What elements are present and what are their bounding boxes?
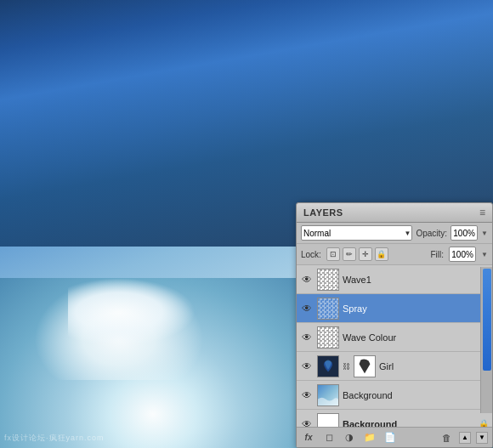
- layer-name: Background: [343, 390, 489, 400]
- lock-icon: 🔒: [479, 419, 489, 427]
- delete-layer-button[interactable]: 🗑: [439, 430, 454, 445]
- lock-pixels-button[interactable]: ✏: [343, 247, 356, 261]
- add-mask-button[interactable]: ◻: [321, 430, 337, 445]
- layers-panel: LAYERS ≡ Normal Dissolve Multiply Screen…: [296, 202, 493, 448]
- layer-name: Wave1: [343, 275, 489, 285]
- girl-mask-thumb-graphic: [354, 355, 375, 377]
- thumb-chain-icon: ⛓: [343, 362, 350, 371]
- eye-icon[interactable]: 👁: [300, 388, 314, 402]
- lock-position-button[interactable]: ✛: [359, 247, 372, 261]
- layer-row[interactable]: 👁 Wave1: [297, 265, 492, 294]
- layers-scrollbar[interactable]: [480, 267, 492, 413]
- lock-all-button[interactable]: 🔒: [375, 247, 388, 261]
- fill-arrow-icon[interactable]: ▼: [481, 251, 488, 258]
- spray-effect-2: [68, 278, 196, 346]
- new-layer-button[interactable]: 📄: [382, 430, 398, 445]
- opacity-value[interactable]: 100%: [450, 225, 478, 241]
- girl-layer-thumb-graphic: [318, 355, 338, 377]
- fill-value[interactable]: 100%: [449, 247, 476, 262]
- new-group-button[interactable]: 📁: [362, 430, 377, 445]
- scroll-down-button[interactable]: ▼: [476, 432, 488, 444]
- panel-footer: fx ◻ ◑ 📁 📄 🗑 ▲ ▼: [297, 427, 492, 447]
- layer-thumbnail: [317, 298, 339, 320]
- fill-label: Fill:: [431, 250, 445, 259]
- lock-icons-group: ⊡ ✏ ✛ 🔒: [326, 247, 388, 261]
- layer-name: Spray: [343, 303, 489, 314]
- eye-icon[interactable]: 👁: [300, 273, 314, 286]
- blend-opacity-row: Normal Dissolve Multiply Screen Overlay …: [297, 223, 492, 244]
- layer-mask-thumbnail: [354, 355, 376, 377]
- layer-row[interactable]: 👁 Spray: [297, 294, 492, 323]
- background-thumb-graphic: [318, 384, 338, 406]
- fx-button[interactable]: fx: [301, 430, 316, 445]
- blend-mode-select[interactable]: Normal Dissolve Multiply Screen Overlay: [301, 225, 412, 241]
- scroll-up-button[interactable]: ▲: [459, 432, 471, 444]
- layer-row[interactable]: 👁 Background 🔒: [297, 410, 492, 427]
- layer-thumbnail: [317, 355, 339, 377]
- layers-list: 👁 Wave1 👁 Spray 👁 Wave Colour 👁: [297, 265, 492, 427]
- blend-mode-wrapper: Normal Dissolve Multiply Screen Overlay …: [301, 225, 412, 241]
- layer-name: Background: [343, 419, 473, 428]
- panel-menu-button[interactable]: ≡: [479, 207, 485, 218]
- layer-name: Girl: [379, 361, 489, 371]
- adjustment-layer-button[interactable]: ◑: [342, 430, 357, 445]
- layer-row[interactable]: 👁 ⛓ Girl: [297, 352, 492, 381]
- opacity-arrow-icon[interactable]: ▼: [481, 230, 488, 237]
- eye-icon[interactable]: 👁: [300, 417, 314, 428]
- layer-thumbnail: [317, 413, 339, 428]
- eye-icon[interactable]: 👁: [300, 331, 314, 344]
- scrollbar-thumb[interactable]: [483, 269, 491, 371]
- layer-thumbnail: [317, 269, 339, 291]
- lock-label: Lock:: [301, 250, 321, 259]
- layer-row[interactable]: 👁 Wave Colour: [297, 323, 492, 352]
- layer-thumbnail: [317, 384, 339, 406]
- panel-header: LAYERS ≡: [297, 203, 492, 223]
- eye-icon[interactable]: 👁: [300, 360, 314, 373]
- layer-name: Wave Colour: [343, 332, 489, 343]
- watermark: fx设计论坛·疯狂yarn.com: [4, 433, 105, 444]
- lock-fill-row: Lock: ⊡ ✏ ✛ 🔒 Fill: 100% ▼: [297, 244, 492, 265]
- eye-icon[interactable]: 👁: [300, 302, 314, 315]
- lock-transparent-button[interactable]: ⊡: [326, 247, 340, 261]
- layer-row[interactable]: 👁 Background: [297, 381, 492, 410]
- opacity-label: Opacity:: [416, 229, 447, 238]
- layer-thumbnail: [317, 326, 339, 349]
- panel-title: LAYERS: [303, 207, 343, 218]
